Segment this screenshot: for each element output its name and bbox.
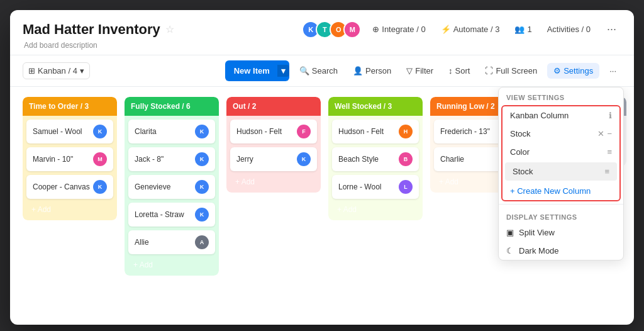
board-description[interactable]: Add board description (24, 41, 621, 50)
card-avatar: K (195, 208, 209, 222)
card[interactable]: AllieA (128, 230, 215, 254)
integrate-label: Integrate / 0 (382, 25, 425, 34)
filter-button[interactable]: ▽ Filter (401, 63, 438, 79)
card[interactable]: ClaritaK (128, 120, 215, 143)
kanban-column-icons: ℹ (609, 111, 612, 120)
info-icon: ℹ (609, 111, 612, 120)
more-options-button[interactable]: ··· (602, 20, 621, 38)
card-label: Hudson - Felt (338, 127, 384, 136)
header-top: Mad Hatter Inventory ☆ K T O M ⊕ Integra… (23, 20, 621, 38)
new-item-label: New Item (234, 66, 270, 76)
members-icon: 👥 (514, 25, 525, 34)
avatar-m: M (343, 21, 361, 38)
search-label: Search (312, 66, 338, 76)
card-avatar: K (93, 180, 107, 194)
drag-handle-icon[interactable]: ≡ (607, 147, 612, 157)
color-item[interactable]: Color ≡ (502, 143, 619, 161)
app-window: Mad Hatter Inventory ☆ K T O M ⊕ Integra… (10, 10, 634, 325)
person-icon: 👤 (353, 66, 363, 76)
header-right: K T O M ⊕ Integrate / 0 ⚡ Automate / 3 👥… (302, 20, 621, 38)
card-label: Charlie (440, 155, 464, 164)
person-label: Person (365, 66, 391, 76)
col-header-out: Out / 2 (226, 97, 321, 116)
new-item-button[interactable]: New Item ▾ (225, 60, 289, 81)
settings-label: Settings (564, 66, 593, 76)
members-button[interactable]: 👥 1 (511, 22, 535, 36)
search-icon: 🔍 (299, 66, 309, 76)
card-avatar: B (399, 152, 413, 166)
star-icon[interactable]: ☆ (165, 23, 174, 35)
card[interactable]: Samuel - WoolK (26, 120, 113, 143)
col-body-fully-stocked: ClaritaKJack - 8"KGenevieveKLoretta - St… (125, 116, 219, 276)
card[interactable]: Lorne - WoolL (332, 175, 419, 199)
card-label: Lorne - Wool (338, 182, 381, 191)
card[interactable]: GenevieveK (128, 175, 215, 199)
sort-icon: ↕ (448, 66, 453, 76)
card-label: Clarita (135, 127, 157, 136)
create-new-column-button[interactable]: + Create New Column (502, 182, 619, 200)
header: Mad Hatter Inventory ☆ K T O M ⊕ Integra… (10, 10, 634, 55)
fullscreen-button[interactable]: ⛶ Full Screen (480, 63, 542, 79)
card-avatar: A (195, 235, 209, 249)
card-avatar: L (399, 180, 413, 194)
card-avatar: K (195, 180, 209, 194)
stock-label: Stock (510, 129, 531, 138)
activities-button[interactable]: Activities / 0 (543, 22, 594, 36)
view-selector[interactable]: ⊞ Kanban / 4 ▾ (23, 62, 90, 79)
close-icon[interactable]: ✕ (597, 129, 604, 138)
col-header-time-to-order: Time to Order / 3 (23, 97, 117, 116)
card[interactable]: Jack - 8"K (128, 147, 215, 171)
card-avatar: H (399, 125, 413, 138)
col-body-well-stocked: Hudson - FeltHBeach StyleBLorne - WoolL+… (328, 116, 423, 220)
stock-item[interactable]: Stock ✕ − (502, 125, 619, 143)
card-avatar: K (93, 125, 107, 138)
add-card-button[interactable]: + Add (26, 203, 113, 216)
members-label: 1 (527, 25, 531, 34)
card-avatar: K (297, 152, 311, 166)
card[interactable]: Hudson - FeltH (332, 120, 419, 143)
split-view-item[interactable]: ▣ Split View (499, 223, 623, 242)
card[interactable]: Beach StyleB (332, 147, 419, 171)
dark-mode-label: Dark Mode (519, 246, 559, 255)
card-label: Jerry (236, 155, 253, 164)
add-card-button[interactable]: + Add (230, 175, 317, 189)
card-label: Hudson - Felt (236, 127, 282, 136)
add-card-button[interactable]: + Add (128, 258, 215, 272)
kanban-icon: ⊞ (28, 66, 35, 76)
board-area: Time to Order / 3Samuel - WoolKMarvin - … (10, 87, 634, 286)
col-header-well-stocked: Well Stocked / 3 (328, 97, 423, 116)
stock-icons: ✕ − (597, 129, 612, 138)
card[interactable]: Marvin - 10"M (26, 147, 113, 171)
kanban-col-well-stocked: Well Stocked / 3Hudson - FeltHBeach Styl… (328, 97, 423, 220)
dark-mode-item[interactable]: ☾ Dark Mode (499, 242, 623, 260)
new-item-dropdown-arrow[interactable]: ▾ (277, 65, 289, 77)
stock2-item[interactable]: Stock ≡ (505, 162, 617, 181)
card[interactable]: Cooper - CanvasK (26, 175, 113, 199)
drag-handle2-icon[interactable]: ≡ (604, 167, 609, 176)
card[interactable]: Loretta - StrawK (128, 203, 215, 227)
more-toolbar-button[interactable]: ··· (604, 63, 621, 79)
board-title: Mad Hatter Inventory (23, 21, 160, 38)
settings-button[interactable]: ⚙ Settings (547, 63, 599, 79)
card[interactable]: Hudson - FeltF (230, 120, 317, 143)
automate-icon: ⚡ (441, 25, 451, 34)
view-label: Kanban / 4 (38, 66, 77, 76)
person-filter-button[interactable]: 👤 Person (348, 63, 396, 79)
kanban-col-time-to-order: Time to Order / 3Samuel - WoolKMarvin - … (23, 97, 117, 220)
card-label: Genevieve (135, 182, 170, 191)
sort-button[interactable]: ↕ Sort (443, 63, 475, 79)
integrate-button[interactable]: ⊕ Integrate / 0 (369, 22, 429, 36)
automate-button[interactable]: ⚡ Automate / 3 (437, 22, 504, 36)
search-button[interactable]: 🔍 Search (294, 63, 343, 79)
filter-label: Filter (415, 66, 433, 76)
card-label: Frederich - 13" (440, 127, 490, 136)
view-settings-title: View Settings (499, 87, 623, 104)
collapse-icon[interactable]: − (607, 129, 612, 138)
add-card-button[interactable]: + Add (332, 203, 419, 216)
kanban-column-item[interactable]: Kanban Column ℹ (502, 106, 619, 125)
card[interactable]: JerryK (230, 147, 317, 171)
col-body-time-to-order: Samuel - WoolKMarvin - 10"MCooper - Canv… (23, 116, 117, 220)
card-label: Allie (135, 238, 149, 247)
card-avatar: K (195, 152, 209, 166)
kanban-col-fully-stocked: Fully Stocked / 6ClaritaKJack - 8"KGenev… (125, 97, 219, 276)
